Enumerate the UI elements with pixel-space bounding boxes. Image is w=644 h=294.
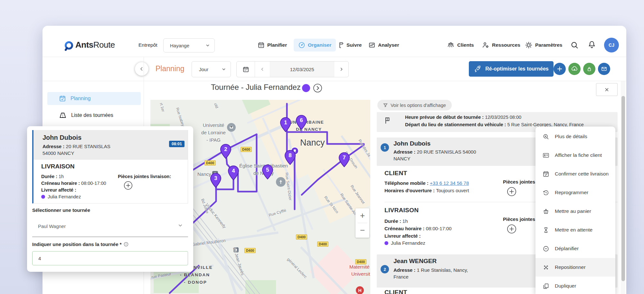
zoom-out-button[interactable]: − — [355, 223, 369, 238]
road-icon — [59, 111, 67, 119]
app-logo: AntsRoute — [75, 40, 115, 50]
stop-number-badge: 1 — [381, 143, 389, 152]
add-button[interactable] — [554, 63, 566, 75]
collapse-sidebar-button[interactable] — [135, 62, 148, 76]
date-value[interactable]: 12/03/2025 — [270, 62, 334, 77]
stop-address: Adresse : 1 Rue Stanislas, Nancy, France — [393, 267, 474, 280]
tab-suivre[interactable]: Suivre — [337, 39, 362, 52]
sidebar-item-planning[interactable]: Planning — [47, 92, 141, 105]
hospital-poi-icon: H — [356, 286, 364, 294]
chevron-right-icon — [339, 67, 343, 71]
tour-select[interactable] — [32, 237, 188, 237]
calendar-check-icon — [59, 95, 66, 102]
next-day-button[interactable] — [334, 62, 348, 77]
add-attachment-button[interactable] — [124, 181, 133, 190]
period-value: Jour — [192, 67, 222, 72]
antsroute-logo-icon — [64, 41, 74, 51]
people-icon — [447, 41, 455, 49]
position-input[interactable] — [32, 251, 188, 265]
delivery-card[interactable]: John Dubois Adresse : 20 RUE STANISLAS 5… — [32, 130, 188, 204]
warehouse-label: Entrepôt — [138, 42, 157, 48]
circled-chevron-right-icon — [313, 83, 322, 93]
menu-item-dupliquer[interactable]: Dupliquer — [535, 277, 615, 294]
map-pin-5[interactable]: 5 — [262, 165, 273, 179]
city-label: Nancy — [300, 138, 325, 148]
period-select[interactable]: Jour — [192, 61, 231, 77]
map-pin-2[interactable]: 2 — [220, 144, 232, 159]
menu-item-reprogrammer[interactable]: Reprogrammer — [535, 183, 615, 202]
route-title: Tournée - Julia Fernandez — [211, 83, 301, 92]
phone-link[interactable]: +33 6 12 34 56 78 — [430, 180, 469, 186]
notifications-bell-icon[interactable] — [587, 40, 596, 49]
warehouse-select[interactable]: Hayange — [163, 38, 215, 52]
driver-color-dot — [41, 195, 45, 199]
hospital-label: Universit — [351, 271, 370, 277]
menu-item-plus-de-details[interactable]: Plus de détails — [535, 127, 615, 146]
nav-parametres[interactable]: Paramètres — [525, 39, 562, 52]
add-attachment-button[interactable] — [507, 224, 516, 234]
warehouse-value: Hayange — [164, 43, 205, 48]
mail-button[interactable] — [598, 63, 610, 75]
add-attachment-button[interactable] — [507, 187, 516, 196]
district-label: - BLANDAN — [180, 272, 210, 277]
delivery-section-title: LIVRAISON — [384, 207, 419, 214]
sidebar-item-liste-des-tournees[interactable]: Liste des tournées — [47, 109, 141, 121]
delivery-slot: Créneau horaire : 08:00-17:00 — [41, 181, 106, 186]
menu-item-mettre-en-attente[interactable]: Mettre en attente — [535, 221, 615, 239]
zoom-in-button[interactable]: + — [355, 208, 369, 223]
reoptimize-button[interactable]: Ré-optimiser les tournées — [469, 61, 554, 77]
route-shield: D400 — [317, 242, 328, 247]
previous-day-button[interactable] — [255, 62, 270, 77]
driver-color-dot — [384, 241, 388, 245]
stop-context-menu: Plus de détails Afficher la fiche client… — [535, 127, 615, 294]
chevron-left-icon — [139, 67, 144, 71]
map-pin-4[interactable]: 4 — [228, 166, 239, 180]
calendar-picker-button[interactable] — [237, 62, 255, 77]
menu-item-mettre-au-panier[interactable]: Mettre au panier — [535, 202, 615, 221]
user-avatar[interactable]: CJ — [604, 38, 619, 52]
stop-address: Adresse : 20 RUE STANISLAS 54000 NANCY — [393, 148, 482, 162]
close-panel-button[interactable] — [596, 83, 618, 96]
tab-analyser[interactable]: Analyser — [368, 39, 399, 52]
chevron-down-icon — [222, 67, 226, 71]
nav-clients[interactable]: Clients — [447, 39, 474, 52]
filter-funnel-icon — [383, 103, 388, 108]
map-pin-6[interactable]: 6 — [296, 115, 307, 130]
menu-item-afficher-fiche-client[interactable]: Afficher la fiche client — [535, 146, 615, 165]
customer-address-line2: 54000 NANCY — [43, 150, 74, 156]
customer-name: John Dubois — [43, 134, 81, 141]
lock-button[interactable] — [583, 63, 595, 75]
lock-icon — [586, 66, 592, 72]
map-pin-1[interactable]: 1 — [280, 117, 291, 132]
tab-organiser[interactable]: Organiser — [294, 39, 336, 52]
search-icon[interactable] — [570, 41, 579, 50]
delivery-duration: Durée : 1h — [41, 174, 64, 179]
close-icon — [604, 87, 609, 92]
place-label: - IPAG — [195, 137, 232, 143]
eta-time-badge: 08:01 — [169, 141, 185, 147]
menu-item-deplanifier[interactable]: Déplanifier — [535, 239, 615, 258]
zoom-plus-icon — [543, 133, 549, 140]
chevron-down-icon[interactable] — [178, 223, 183, 228]
route-shield: D400 — [355, 259, 366, 264]
route-expand-button[interactable] — [313, 83, 322, 93]
delivery-popup: John Dubois Adresse : 20 RUE STANISLAS 5… — [27, 126, 193, 272]
rocket-icon — [474, 65, 481, 73]
display-options-pill[interactable]: Voir les options d'affichage — [377, 100, 452, 110]
map-pin-7[interactable]: 7 — [338, 152, 350, 167]
cloud-download-button[interactable] — [568, 63, 581, 75]
panel-scrollbar-thumb[interactable] — [621, 96, 625, 281]
driver-label: Livreur affecté : — [384, 233, 421, 239]
menu-item-repositionner[interactable]: Repositionner — [535, 258, 615, 277]
position-label: Indiquer une position dans la tournée * — [32, 242, 122, 247]
calendar-check-icon — [543, 171, 549, 177]
map-pin-3[interactable]: 3 — [210, 173, 222, 188]
attachments-label: Pièces jointes — [503, 179, 535, 185]
chevron-left-icon — [260, 67, 264, 71]
nav-ressources[interactable]: Ressources — [482, 39, 520, 52]
map-pin-8[interactable]: 8 — [284, 150, 296, 165]
customer-address: Adresse : 20 RUE STANISLAS — [43, 144, 110, 149]
tab-planifier[interactable]: Planifier — [258, 39, 287, 52]
menu-item-confirmer-livraison[interactable]: Confirmer cette livraison — [535, 165, 615, 183]
select-tour-label: Sélectionner une tournée — [32, 207, 90, 213]
